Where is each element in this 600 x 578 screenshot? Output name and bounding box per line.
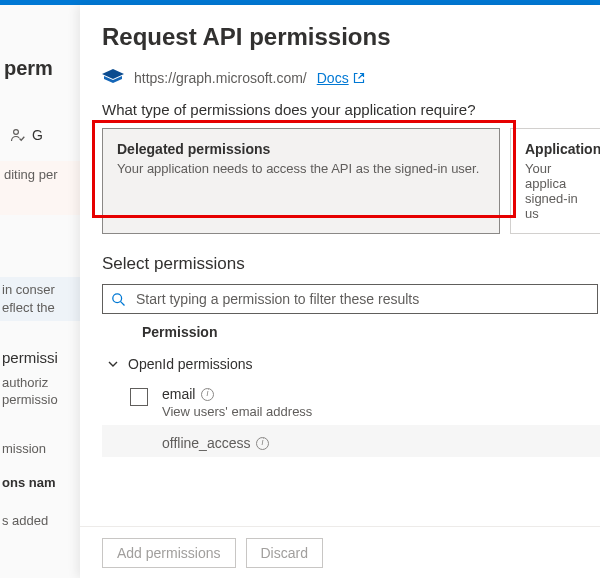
info-icon[interactable] bbox=[256, 437, 269, 450]
email-checkbox[interactable] bbox=[130, 388, 148, 406]
openid-permissions-group[interactable]: OpenId permissions bbox=[102, 348, 600, 380]
bg-heading-fragment: perm bbox=[0, 57, 53, 80]
delegated-permissions-card[interactable]: Delegated permissions Your application n… bbox=[102, 128, 500, 234]
bg-frag-ons-nam: ons nam bbox=[2, 475, 55, 490]
graph-logo-icon bbox=[102, 69, 124, 87]
chevron-down-icon bbox=[106, 357, 120, 371]
person-check-icon bbox=[10, 127, 26, 143]
api-source-row: https://graph.microsoft.com/ Docs bbox=[102, 69, 600, 87]
api-url: https://graph.microsoft.com/ bbox=[134, 70, 307, 86]
bg-frag-permissi: permissi bbox=[2, 349, 58, 366]
panel-footer: Add permissions Discard bbox=[80, 526, 600, 578]
discard-button[interactable]: Discard bbox=[246, 538, 323, 568]
search-icon bbox=[111, 292, 126, 307]
openid-group-label: OpenId permissions bbox=[128, 356, 253, 372]
permission-search-input[interactable] bbox=[134, 290, 589, 308]
email-permission-name: email bbox=[162, 386, 312, 402]
delegated-desc: Your application needs to access the API… bbox=[117, 161, 485, 176]
email-permission-desc: View users' email address bbox=[162, 404, 312, 419]
select-permissions-heading: Select permissions bbox=[102, 254, 600, 274]
bg-grant-consent-row[interactable]: G bbox=[10, 127, 43, 143]
bg-info-banner-1: diting per bbox=[0, 161, 80, 215]
offline-access-name: offline_access bbox=[162, 435, 269, 451]
external-link-icon bbox=[353, 72, 365, 84]
permission-column-header: Permission bbox=[102, 314, 600, 348]
permission-item-email: email View users' email address bbox=[102, 380, 600, 425]
bg-frag-authorize: authoriz permissio bbox=[2, 375, 82, 409]
permission-item-offline-access: offline_access bbox=[102, 425, 600, 457]
permission-type-question: What type of permissions does your appli… bbox=[102, 101, 600, 118]
docs-link-label: Docs bbox=[317, 70, 349, 86]
permission-type-row: Delegated permissions Your application n… bbox=[102, 128, 600, 234]
permission-search-box[interactable] bbox=[102, 284, 598, 314]
bg-grant-label: G bbox=[32, 127, 43, 143]
panel-title: Request API permissions bbox=[102, 23, 600, 51]
bg-frag-added: s added bbox=[2, 513, 48, 528]
delegated-title: Delegated permissions bbox=[117, 141, 485, 157]
application-permissions-card[interactable]: Application Your applica signed-in us bbox=[510, 128, 600, 234]
request-api-permissions-panel: Request API permissions https://graph.mi… bbox=[80, 5, 600, 578]
application-title: Application bbox=[525, 141, 586, 157]
add-permissions-button[interactable]: Add permissions bbox=[102, 538, 236, 568]
svg-point-1 bbox=[113, 293, 122, 302]
application-desc: Your applica signed-in us bbox=[525, 161, 586, 221]
svg-point-0 bbox=[14, 130, 19, 135]
info-icon[interactable] bbox=[201, 388, 214, 401]
bg-info-banner-2: in conser eflect the bbox=[0, 277, 80, 321]
bg-frag-mission: mission bbox=[2, 441, 46, 456]
docs-link[interactable]: Docs bbox=[317, 70, 365, 86]
